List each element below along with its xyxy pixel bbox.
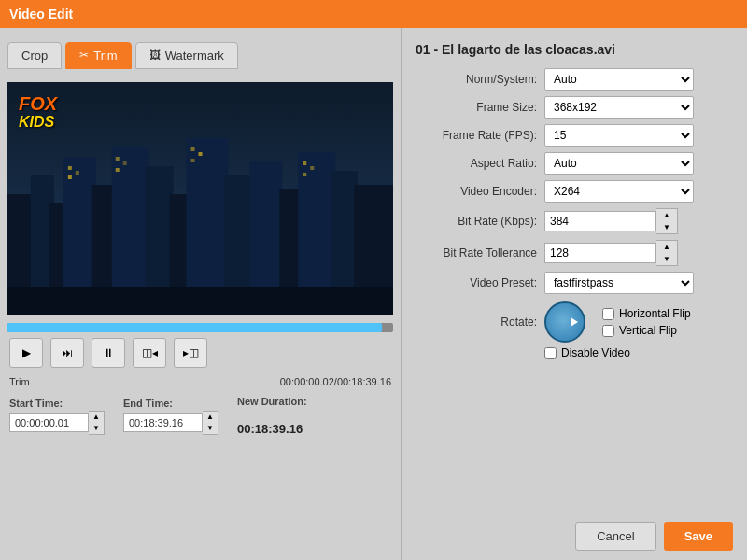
bottom-buttons: Cancel Save xyxy=(416,512,733,551)
save-button[interactable]: Save xyxy=(664,522,733,551)
flip-options: Horizontal Flip Vertical Flip xyxy=(602,307,691,337)
play-button[interactable]: ▶ xyxy=(9,338,43,368)
end-time-input[interactable] xyxy=(123,413,203,432)
controls-bar: ▶ ⏭ ⏸ ◫◂ ▸◫ xyxy=(0,332,401,373)
frame-size-select[interactable]: 368x192640x4801280x720 xyxy=(544,96,694,119)
progress-bar-container[interactable] xyxy=(7,323,393,332)
bit-rate-tolerance-spinners: ▲ ▼ xyxy=(656,240,678,266)
rotate-row: Rotate: Horizontal Flip Vertical Flip xyxy=(416,301,733,343)
frame-rate-select[interactable]: 15242530 xyxy=(544,124,694,147)
setting-video-encoder: Video Encoder: X264MPEG4H265 xyxy=(416,180,733,203)
svg-rect-19 xyxy=(68,175,72,179)
tabs-bar: Crop ✂ Trim 🖼 Watermark xyxy=(0,28,401,75)
start-time-down[interactable]: ▼ xyxy=(89,423,104,434)
end-time-input-wrap: ▲ ▼ xyxy=(123,411,218,435)
video-preview: FOX KIDS xyxy=(7,82,393,315)
end-time-spinners: ▲ ▼ xyxy=(203,411,218,435)
svg-rect-24 xyxy=(199,152,203,156)
vertical-flip-option: Vertical Flip xyxy=(602,324,691,337)
step-forward-button[interactable]: ▸◫ xyxy=(174,338,207,368)
tab-crop[interactable]: Crop xyxy=(7,42,62,69)
city-svg xyxy=(7,82,393,315)
title-text: Video Edit xyxy=(9,7,73,21)
vertical-flip-label: Vertical Flip xyxy=(619,324,677,337)
setting-bit-rate-tolerance: Bit Rate Tollerance ▲ ▼ xyxy=(416,240,733,266)
main-container: Crop ✂ Trim 🖼 Watermark xyxy=(0,28,747,560)
start-time-up[interactable]: ▲ xyxy=(89,412,104,423)
start-time-label: Start Time: xyxy=(9,398,105,409)
video-preset-select[interactable]: fastfirstpassfastmediumslow xyxy=(544,272,694,294)
pause-button[interactable]: ⏸ xyxy=(92,338,125,368)
bit-rate-tolerance-input-wrap: ▲ ▼ xyxy=(544,240,733,266)
end-time-field: End Time: ▲ ▼ xyxy=(123,398,218,435)
watermark-icon: 🖼 xyxy=(149,49,161,62)
bit-rate-input-wrap: ▲ ▼ xyxy=(544,208,733,234)
end-time-up[interactable]: ▲ xyxy=(203,412,218,423)
disable-video-row: Disable Video xyxy=(544,346,733,359)
next-icon: ⏭ xyxy=(62,346,73,359)
horizontal-flip-option: Horizontal Flip xyxy=(602,307,691,320)
frame-size-label: Frame Size: xyxy=(416,101,537,114)
status-bar: Trim 00:00:00.02/00:18:39.16 xyxy=(0,373,401,390)
bit-rate-tolerance-up[interactable]: ▲ xyxy=(656,241,677,253)
setting-norm-system: Norm/System: AutoPALNTSC xyxy=(416,68,733,91)
video-encoder-label: Video Encoder: xyxy=(416,185,537,198)
frame-rate-control: 15242530 xyxy=(544,124,733,147)
bit-rate-tolerance-down[interactable]: ▼ xyxy=(656,253,677,265)
tab-trim[interactable]: ✂ Trim xyxy=(65,42,132,69)
start-time-input-wrap: ▲ ▼ xyxy=(9,411,105,435)
rotate-arrow-icon xyxy=(571,317,578,327)
start-time-input[interactable] xyxy=(9,413,89,432)
vertical-flip-checkbox[interactable] xyxy=(602,325,614,337)
fox-kids-logo: FOX KIDS xyxy=(19,93,57,131)
settings-grid: Norm/System: AutoPALNTSC Frame Size: 368… xyxy=(416,68,733,294)
svg-rect-28 xyxy=(303,173,306,176)
trim-label: Trim xyxy=(9,376,30,387)
progress-bar-fill xyxy=(7,323,382,332)
end-time-down[interactable]: ▼ xyxy=(203,423,218,434)
start-time-spinners: ▲ ▼ xyxy=(89,411,105,435)
svg-rect-23 xyxy=(191,147,195,151)
video-encoder-select[interactable]: X264MPEG4H265 xyxy=(544,180,694,203)
step-back-button[interactable]: ◫◂ xyxy=(133,338,166,368)
bit-rate-up[interactable]: ▲ xyxy=(656,209,677,221)
svg-rect-18 xyxy=(76,171,79,175)
video-encoder-control: X264MPEG4H265 xyxy=(544,180,733,203)
timecode-display: 00:00:00.02/00:18:39.16 xyxy=(280,376,391,387)
trim-icon: ✂ xyxy=(79,49,89,62)
tab-watermark[interactable]: 🖼 Watermark xyxy=(135,42,238,69)
fox-logo-fox: FOX xyxy=(19,93,57,114)
rotate-label: Rotate: xyxy=(416,315,537,329)
setting-video-preset: Video Preset: fastfirstpassfastmediumslo… xyxy=(416,272,733,294)
new-duration-value: 00:18:39.16 xyxy=(237,422,307,436)
next-button[interactable]: ⏭ xyxy=(50,338,84,368)
bit-rate-control: ▲ ▼ xyxy=(544,208,733,234)
video-background: FOX KIDS xyxy=(7,82,393,315)
setting-aspect-ratio: Aspect Ratio: Auto4:316:9 xyxy=(416,152,733,175)
bit-rate-tolerance-input[interactable] xyxy=(544,243,656,263)
start-time-field: Start Time: ▲ ▼ xyxy=(9,398,105,435)
time-controls: Start Time: ▲ ▼ End Time: ▲ ▼ xyxy=(0,390,401,441)
horizontal-flip-checkbox[interactable] xyxy=(602,308,614,320)
video-preset-label: Video Preset: xyxy=(416,276,537,289)
setting-bit-rate: Bit Rate (Kbps): ▲ ▼ xyxy=(416,208,733,234)
rotate-dial[interactable] xyxy=(544,301,585,343)
disable-video-label: Disable Video xyxy=(561,346,630,359)
crop-tab-label: Crop xyxy=(21,49,48,63)
bit-rate-input[interactable] xyxy=(544,211,656,231)
setting-frame-rate: Frame Rate (FPS): 15242530 xyxy=(416,124,733,147)
norm-system-label: Norm/System: xyxy=(416,73,537,86)
aspect-ratio-select[interactable]: Auto4:316:9 xyxy=(544,152,694,175)
disable-video-checkbox[interactable] xyxy=(544,347,557,359)
norm-system-select[interactable]: AutoPALNTSC xyxy=(544,68,694,91)
play-icon: ▶ xyxy=(22,346,31,359)
pause-icon: ⏸ xyxy=(103,346,114,359)
svg-rect-22 xyxy=(116,168,120,172)
horizontal-flip-label: Horizontal Flip xyxy=(619,307,691,320)
svg-rect-20 xyxy=(116,157,120,161)
aspect-ratio-label: Aspect Ratio: xyxy=(416,157,537,170)
bit-rate-down[interactable]: ▼ xyxy=(656,221,677,233)
cancel-button[interactable]: Cancel xyxy=(575,522,655,551)
svg-rect-21 xyxy=(123,161,127,165)
fox-logo-kids: KIDS xyxy=(19,114,57,131)
